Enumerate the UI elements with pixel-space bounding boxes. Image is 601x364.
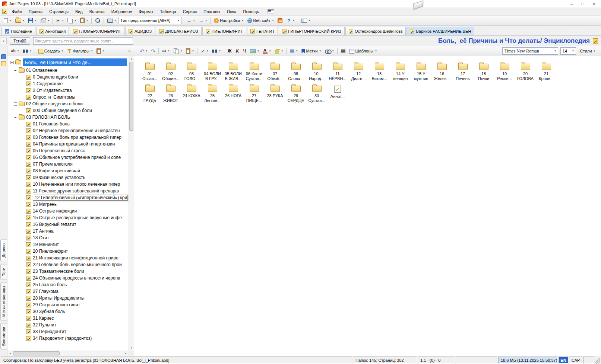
- tree-node[interactable]: 16 Вирусный гепатит: [7, 221, 128, 228]
- tree-node[interactable]: 2 От Издательства: [7, 87, 128, 94]
- side-panel-tab[interactable]: Теги: [0, 264, 7, 280]
- tree-node[interactable]: 18 Отит: [7, 234, 128, 241]
- folder-item[interactable]: 18 Почки: [473, 64, 494, 81]
- folder-item[interactable]: 17 Печень: [452, 64, 473, 81]
- folder-item[interactable]: 19 Респи...: [494, 64, 515, 81]
- tree-node[interactable]: 01 Оглавление: [7, 67, 128, 74]
- cut-button[interactable]: ✂: [160, 47, 171, 55]
- paste-button[interactable]: [184, 47, 196, 55]
- bold-button[interactable]: Ж: [226, 47, 234, 55]
- insert-image-button[interactable]: [248, 47, 261, 55]
- tree-node[interactable]: 09 Физическая усталость: [7, 174, 128, 181]
- menu-item[interactable]: Страницы: [46, 8, 72, 15]
- save-button[interactable]: [26, 16, 38, 25]
- tree-node[interactable]: 03 ГОЛОВНАЯ БОЛЬ: [7, 114, 128, 121]
- tree-node[interactable]: 05 Перенесенный стресс: [7, 147, 128, 154]
- website-button[interactable]: Веб-сайт: [246, 16, 276, 25]
- folder-item[interactable]: 13 Витам...: [369, 64, 390, 81]
- menu-item[interactable]: Сервис: [180, 8, 200, 15]
- folder-item[interactable]: 23 ЖИВОТ: [160, 86, 181, 104]
- folder-item[interactable]: 14 У женщин: [390, 64, 411, 81]
- folder-item[interactable]: 28 РУКА: [265, 86, 285, 104]
- folder-item[interactable]: 30 Сустав...: [306, 86, 327, 104]
- folder-item[interactable]: 07 Обезб...: [265, 64, 285, 81]
- menu-item[interactable]: Вид: [72, 8, 86, 15]
- tree-node[interactable]: 17 Ангина: [7, 228, 128, 234]
- scroll-down-button[interactable]: ▼: [129, 345, 134, 351]
- scroll-up-button[interactable]: ▲: [129, 56, 134, 61]
- paste-button[interactable]: [78, 16, 90, 25]
- folder-item[interactable]: 15 У мужчин: [411, 64, 431, 81]
- view-mode-button[interactable]: [105, 16, 118, 25]
- tree-node[interactable]: 22 Головная боль нервно-мышечного прои: [7, 261, 128, 268]
- tree-horizontal-scrollbar[interactable]: ◄ ►: [7, 351, 129, 356]
- tree-node[interactable]: 21 Интоксикации неинфекционной приро: [7, 255, 128, 261]
- view-type-combobox[interactable]: Тип представления [Alt+A]: [118, 17, 181, 24]
- print-button[interactable]: [39, 16, 51, 25]
- forward-button[interactable]: →: [197, 16, 209, 25]
- folder-item[interactable]: 12 Диагн...: [348, 64, 369, 81]
- tree-root-node[interactable]: Боль, её Причины и Что де...: [7, 57, 128, 67]
- folder-item[interactable]: 27 ПИЩЕ...: [244, 86, 265, 104]
- menu-item[interactable]: Таблица: [157, 8, 180, 15]
- pin-icon[interactable]: [1, 54, 6, 59]
- document-tab[interactable]: ПИЕЛОНЕФРИТ: [202, 27, 247, 35]
- document-tab[interactable]: АЦИДОЗ: [125, 27, 155, 35]
- menu-item[interactable]: Файл: [9, 8, 25, 15]
- copy-button[interactable]: [66, 16, 78, 25]
- line-spacing-button[interactable]: [288, 47, 300, 55]
- tree-node[interactable]: 01 Головная боль: [7, 121, 128, 127]
- folder-item[interactable]: 06 Кости Сустав...: [244, 64, 265, 81]
- help-button[interactable]: [285, 16, 296, 25]
- tags-input[interactable]: [33, 37, 133, 45]
- justify-button[interactable]: [339, 47, 347, 55]
- settings-button[interactable]: Настройки: [212, 16, 245, 25]
- scroll-right-button[interactable]: ►: [123, 351, 129, 356]
- folder-item[interactable]: 08 Слова...: [285, 64, 306, 81]
- minimize-button[interactable]: –: [567, 1, 576, 7]
- redo-button[interactable]: ↷: [149, 47, 157, 55]
- tree-node[interactable]: 28 Ириты Иридоциклиты: [7, 295, 128, 301]
- folder-item[interactable]: 05 БОЛИ В ЖИВ...: [223, 64, 244, 81]
- undo-button[interactable]: ↶: [138, 47, 149, 55]
- collapse-icon[interactable]: [14, 69, 17, 72]
- tree-node[interactable]: 06 Обильное употребление пряной и соле: [7, 154, 128, 161]
- bookmarks-button[interactable]: Метки: [300, 47, 323, 55]
- tree-node[interactable]: 02 Нервное перенапряжение и неврастен: [7, 127, 128, 134]
- underline-button[interactable]: Ч: [241, 47, 248, 55]
- tree-node[interactable]: 000 Общие сведения о боли: [7, 107, 128, 114]
- folder-item[interactable]: 16 Желез...: [431, 64, 452, 81]
- scroll-left-button[interactable]: ◄: [7, 351, 13, 356]
- font-name-combobox[interactable]: Times New Roman: [502, 47, 558, 55]
- tree-node[interactable]: 29 Острый конюктивит: [7, 301, 128, 308]
- tree-node[interactable]: 0 Энциклопедия боли: [7, 74, 128, 80]
- folder-item[interactable]: 22 ГРУДЬ: [139, 86, 160, 104]
- styles-button[interactable]: Стили: [578, 47, 597, 55]
- format-painter-button[interactable]: ↗: [199, 47, 210, 55]
- folder-item[interactable]: 02 Общие...: [160, 64, 181, 81]
- tree-node[interactable]: Опрос и Симптомы: [7, 94, 128, 100]
- tree-node[interactable]: 25 Глазная боль: [7, 281, 128, 288]
- tree-node[interactable]: 19 Менингит: [7, 241, 128, 248]
- document-tab[interactable]: Остеохондроз ШейнПозв: [345, 27, 406, 35]
- folder-item[interactable]: 01 Оглав...: [139, 64, 160, 81]
- tree-node[interactable]: 07 Прием алкоголя: [7, 161, 128, 167]
- document-tab[interactable]: Варикоз РАСШИРЕНИЕ ВЕН: [407, 27, 474, 35]
- folder-item[interactable]: 04 БОЛИ В ГРУ...: [202, 64, 223, 81]
- cut-button[interactable]: ✂: [54, 16, 65, 25]
- tags-count-button[interactable]: Теги[0]: [10, 37, 30, 45]
- menu-item[interactable]: Вставка: [86, 8, 108, 15]
- tree-search-button[interactable]: [21, 47, 33, 55]
- tree-node[interactable]: 03 Головная боль при артериальной гипер: [7, 134, 128, 141]
- folder-item[interactable]: 29 СЕРДЦЕ: [285, 86, 306, 104]
- note-icon[interactable]: [1, 61, 6, 66]
- menu-item[interactable]: Помощь: [240, 8, 262, 15]
- document-tab[interactable]: ГЛОМЕРУЛОНЕФРИТ: [70, 27, 124, 35]
- menu-item[interactable]: Формат: [135, 8, 156, 15]
- italic-button[interactable]: К: [234, 47, 241, 55]
- page-canvas[interactable]: 01 Оглав... 02 Общие... 03: [134, 56, 601, 356]
- tree-node[interactable]: 11 Лечение других заболеваний препарат: [7, 188, 128, 194]
- font-color-button[interactable]: [261, 47, 273, 55]
- side-panel-tab[interactable]: Метки страницы: [0, 282, 7, 320]
- folder-item[interactable]: 24 КОЖА: [181, 86, 202, 104]
